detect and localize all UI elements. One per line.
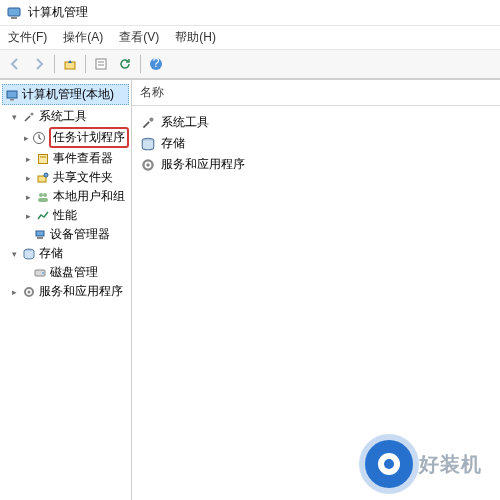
refresh-icon xyxy=(118,57,132,71)
svg-point-17 xyxy=(43,193,47,197)
folder-up-icon xyxy=(63,57,77,71)
list-item[interactable]: 服务和应用程序 xyxy=(138,154,494,175)
performance-icon xyxy=(36,209,50,223)
tree-label: 共享文件夹 xyxy=(53,169,113,186)
svg-point-25 xyxy=(28,290,31,293)
expand-icon[interactable]: ▸ xyxy=(24,192,33,201)
tree-label: 存储 xyxy=(39,245,63,262)
forward-button[interactable] xyxy=(28,53,50,75)
menu-file[interactable]: 文件(F) xyxy=(8,29,47,46)
tree-event-viewer[interactable]: ▸ 事件查看器 xyxy=(2,149,129,168)
svg-rect-8 xyxy=(7,91,17,98)
collapse-icon[interactable]: ▾ xyxy=(10,112,19,121)
tree-label: 事件查看器 xyxy=(53,150,113,167)
tree-storage[interactable]: ▾ 存储 xyxy=(2,244,129,263)
titlebar: 计算机管理 xyxy=(0,0,500,26)
disk-icon xyxy=(33,266,47,280)
clock-icon xyxy=(32,131,46,145)
collapse-icon[interactable]: ▾ xyxy=(10,249,19,258)
list-header-name[interactable]: 名称 xyxy=(132,80,500,106)
refresh-button[interactable] xyxy=(114,53,136,75)
separator xyxy=(54,55,55,73)
tree-local-users[interactable]: ▸ 本地用户和组 xyxy=(2,187,129,206)
tools-icon xyxy=(140,115,156,131)
arrow-right-icon xyxy=(32,57,46,71)
tree-shared-folders[interactable]: ▸ 共享文件夹 xyxy=(2,168,129,187)
list-item[interactable]: 系统工具 xyxy=(138,112,494,133)
svg-point-10 xyxy=(31,112,34,115)
tools-icon xyxy=(22,110,36,124)
menu-action[interactable]: 操作(A) xyxy=(63,29,103,46)
tree-root-label: 计算机管理(本地) xyxy=(22,86,114,103)
tree-services-apps[interactable]: ▸ 服务和应用程序 xyxy=(2,282,129,301)
svg-rect-1 xyxy=(11,17,17,19)
tree-label: 服务和应用程序 xyxy=(39,283,123,300)
menubar: 文件(F) 操作(A) 查看(V) 帮助(H) xyxy=(0,26,500,50)
list-item-label: 存储 xyxy=(161,135,185,152)
svg-rect-9 xyxy=(10,99,14,101)
users-icon xyxy=(36,190,50,204)
svg-rect-3 xyxy=(96,59,106,69)
svg-rect-2 xyxy=(65,62,75,69)
app-icon xyxy=(6,5,22,21)
svg-rect-20 xyxy=(37,237,43,239)
tree-label: 性能 xyxy=(53,207,77,224)
tree-performance[interactable]: ▸ 性能 xyxy=(2,206,129,225)
svg-point-16 xyxy=(39,193,43,197)
tree-device-manager[interactable]: 设备管理器 xyxy=(2,225,129,244)
expand-icon[interactable]: ▸ xyxy=(24,211,33,220)
svg-rect-0 xyxy=(8,8,20,16)
tree-label-highlighted: 任务计划程序 xyxy=(49,127,129,148)
separator xyxy=(85,55,86,73)
svg-point-26 xyxy=(149,117,153,121)
properties-icon xyxy=(94,57,108,71)
tree-label: 设备管理器 xyxy=(50,226,110,243)
tree-system-tools[interactable]: ▾ 系统工具 xyxy=(2,107,129,126)
menu-view[interactable]: 查看(V) xyxy=(119,29,159,46)
services-icon xyxy=(140,157,156,173)
svg-rect-18 xyxy=(38,198,48,202)
back-button[interactable] xyxy=(4,53,26,75)
storage-icon xyxy=(22,247,36,261)
computer-icon xyxy=(5,88,19,102)
app-window: 计算机管理 文件(F) 操作(A) 查看(V) 帮助(H) ? xyxy=(0,0,500,500)
properties-button[interactable] xyxy=(90,53,112,75)
svg-rect-12 xyxy=(39,154,48,163)
list-item-label: 系统工具 xyxy=(161,114,209,131)
expand-icon[interactable]: ▸ xyxy=(24,154,33,163)
list-item[interactable]: 存储 xyxy=(138,133,494,154)
window-title: 计算机管理 xyxy=(28,4,88,21)
help-button[interactable]: ? xyxy=(145,53,167,75)
tree-label: 本地用户和组 xyxy=(53,188,125,205)
watermark: 好装机 xyxy=(365,440,482,488)
separator xyxy=(140,55,141,73)
list-item-label: 服务和应用程序 xyxy=(161,156,245,173)
svg-point-23 xyxy=(42,272,44,274)
svg-rect-19 xyxy=(36,231,44,236)
svg-point-29 xyxy=(146,163,149,166)
help-icon: ? xyxy=(149,57,163,71)
storage-icon xyxy=(140,136,156,152)
event-icon xyxy=(36,152,50,166)
tree-task-scheduler[interactable]: ▸ 任务计划程序 xyxy=(2,126,129,149)
toolbar: ? xyxy=(0,50,500,79)
list-pane: 名称 系统工具 存储 服务和应用程序 xyxy=(132,80,500,500)
svg-point-15 xyxy=(44,173,48,177)
expand-icon[interactable]: ▸ xyxy=(10,287,19,296)
tree-label: 系统工具 xyxy=(39,108,87,125)
watermark-text: 好装机 xyxy=(419,451,482,478)
expand-icon[interactable]: ▸ xyxy=(24,173,33,182)
share-icon xyxy=(36,171,50,185)
watermark-logo xyxy=(365,440,413,488)
tree-root[interactable]: 计算机管理(本地) xyxy=(2,84,129,105)
content-area: 计算机管理(本地) ▾ 系统工具 ▸ 任务计划程序 ▸ 事件查看器 ▸ 共享文件 xyxy=(0,79,500,500)
device-icon xyxy=(33,228,47,242)
svg-text:?: ? xyxy=(153,57,160,70)
tree-disk-management[interactable]: 磁盘管理 xyxy=(2,263,129,282)
tree-label: 磁盘管理 xyxy=(50,264,98,281)
expand-icon[interactable]: ▸ xyxy=(24,133,29,142)
menu-help[interactable]: 帮助(H) xyxy=(175,29,216,46)
services-icon xyxy=(22,285,36,299)
nav-tree[interactable]: 计算机管理(本地) ▾ 系统工具 ▸ 任务计划程序 ▸ 事件查看器 ▸ 共享文件 xyxy=(0,80,132,500)
up-button[interactable] xyxy=(59,53,81,75)
